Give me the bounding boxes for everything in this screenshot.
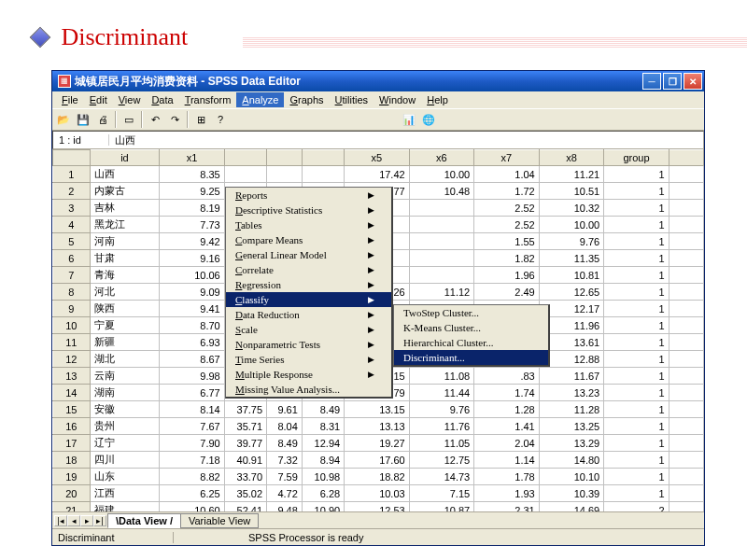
menu-item-multiple-response[interactable]: Multiple Response▶ — [226, 367, 391, 382]
cell-address: 1 : id — [53, 134, 109, 146]
close-button[interactable]: ✕ — [684, 73, 702, 90]
menu-graphs[interactable]: Graphs — [284, 92, 329, 107]
cell-reference-bar: 1 : id 山西 — [52, 131, 704, 149]
window-title: 城镇居民月平均消费资料 - SPSS Data Editor — [75, 74, 642, 90]
maximize-button[interactable]: ❐ — [663, 73, 682, 90]
redo-icon[interactable]: ↷ — [165, 110, 184, 129]
menu-utilities[interactable]: Utilities — [330, 92, 374, 107]
menu-analyze[interactable]: Analyze — [236, 92, 284, 107]
app-icon: ▦ — [58, 75, 71, 88]
menubar: File Edit View Data Transform Analyze Gr… — [52, 91, 704, 108]
tab-last-icon[interactable]: ▸| — [93, 515, 106, 526]
print-icon[interactable]: 🖨 — [93, 110, 112, 129]
menu-item-scale[interactable]: Scale▶ — [226, 322, 391, 337]
titlebar: ▦ 城镇居民月平均消费资料 - SPSS Data Editor ─ ❐ ✕ — [52, 71, 704, 91]
save-icon[interactable]: 💾 — [74, 110, 92, 129]
menu-item-nonparametric-tests[interactable]: Nonparametric Tests▶ — [226, 337, 391, 352]
submenu-item-twostep-cluster-[interactable]: TwoStep Cluster... — [394, 305, 548, 320]
menu-transform[interactable]: Transform — [179, 92, 237, 107]
tab-first-icon[interactable]: |◂ — [54, 515, 67, 526]
goto-icon[interactable]: ⊞ — [191, 110, 210, 129]
menu-edit[interactable]: Edit — [84, 92, 113, 107]
cell-value: 山西 — [109, 133, 141, 147]
data-grid[interactable]: idx1x5x6x7x8group1山西8.3517.4210.001.0411… — [52, 149, 704, 511]
submenu-item-hierarchical-cluster-[interactable]: Hierarchical Cluster... — [394, 335, 548, 350]
chart-icon[interactable]: 📊 — [400, 110, 418, 129]
menu-data[interactable]: Data — [146, 92, 178, 107]
tab-data-view[interactable]: \Data View / — [107, 513, 181, 528]
menu-item-data-reduction[interactable]: Data Reduction▶ — [226, 307, 391, 322]
menu-item-reports[interactable]: Reports▶ — [226, 188, 391, 203]
menu-item-time-series[interactable]: Time Series▶ — [226, 352, 391, 367]
analyze-menu: Reports▶Descriptive Statistics▶Tables▶Co… — [225, 187, 393, 399]
menu-item-missing-value-analysis-[interactable]: Missing Value Analysis... — [226, 382, 391, 397]
decorative-line — [243, 37, 747, 49]
statusbar: Discriminant SPSS Processor is ready — [52, 528, 704, 545]
tab-variable-view[interactable]: Variable View — [180, 513, 259, 528]
menu-item-correlate[interactable]: Correlate▶ — [226, 262, 391, 277]
tab-prev-icon[interactable]: ◂ — [67, 515, 80, 526]
open-icon[interactable]: 📂 — [54, 110, 73, 129]
bullet-icon — [30, 27, 51, 49]
spss-window: ▦ 城镇居民月平均消费资料 - SPSS Data Editor ─ ❐ ✕ F… — [51, 70, 705, 546]
undo-icon[interactable]: ↶ — [146, 110, 164, 129]
menu-item-tables[interactable]: Tables▶ — [226, 217, 391, 232]
menu-item-regression[interactable]: Regression▶ — [226, 277, 391, 292]
menu-view[interactable]: View — [113, 92, 147, 107]
classify-submenu: TwoStep Cluster...K-Means Cluster...Hier… — [393, 304, 550, 367]
minimize-button[interactable]: ─ — [642, 73, 661, 90]
find-icon[interactable]: ? — [211, 110, 230, 129]
dialog-icon[interactable]: ▭ — [120, 110, 138, 129]
globe-icon[interactable]: 🌐 — [419, 110, 438, 129]
tab-next-icon[interactable]: ▸ — [80, 515, 93, 526]
menu-help[interactable]: Help — [421, 92, 454, 107]
status-left: Discriminant — [52, 532, 174, 543]
submenu-item-discriminant-[interactable]: Discriminant... — [394, 350, 548, 365]
sheet-tabs: |◂ ◂ ▸ ▸| \Data View / Variable View — [52, 511, 704, 528]
toolbar: 📂 💾 🖨 ▭ ↶ ↷ ⊞ ? 📊 🌐 — [52, 108, 704, 131]
menu-item-descriptive-statistics[interactable]: Descriptive Statistics▶ — [226, 203, 391, 217]
menu-item-classify[interactable]: Classify▶ — [226, 292, 391, 307]
slide-title: Discriminant — [61, 23, 188, 50]
status-center: SPSS Processor is ready — [174, 532, 704, 543]
menu-window[interactable]: Window — [374, 92, 421, 107]
menu-item-general-linear-model[interactable]: General Linear Model▶ — [226, 247, 391, 262]
submenu-item-k-means-cluster-[interactable]: K-Means Cluster... — [394, 320, 548, 335]
menu-file[interactable]: File — [56, 92, 84, 107]
menu-item-compare-means[interactable]: Compare Means▶ — [226, 232, 391, 247]
